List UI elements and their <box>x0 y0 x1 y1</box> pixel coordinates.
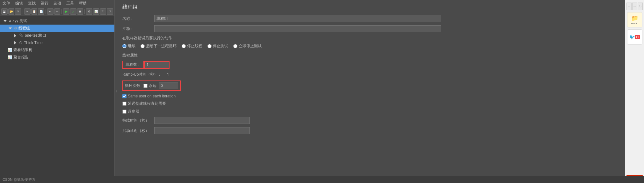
delay-thread-label: 延迟创建线程直到需要 <box>128 101 166 106</box>
stop-btn[interactable]: ⏹ <box>77 8 83 15</box>
radio-continue[interactable]: 继续 <box>122 43 135 49</box>
same-user-row[interactable]: Same user on each iteration <box>122 94 620 98</box>
name-label: 名称： <box>122 16 154 21</box>
startup-delay-input[interactable] <box>154 127 250 134</box>
comment-row: 注释： <box>122 25 620 32</box>
radio-stop-thread[interactable]: 停止线程 <box>182 43 202 49</box>
save-btn[interactable]: 💾 <box>1 8 8 15</box>
bottom-status: CSDN @菜鸟·要努力 <box>3 177 35 182</box>
menu-file[interactable]: 文件 <box>1 0 11 7</box>
tree-label-aggregate: 聚合报告 <box>13 55 29 60</box>
content-area: 线程组 名称： 注释： 在取样器错误后要执行的动作 继续 启动下一进程循环 停止… <box>117 0 625 183</box>
menubar: 文件 编辑 查找 运行 选项 工具 帮助 <box>0 0 114 7</box>
undo-btn[interactable]: ↩ <box>47 8 54 15</box>
plugin-btn[interactable]: 🔌 <box>100 8 106 15</box>
back-btn[interactable]: ← <box>626 3 632 10</box>
tree-item-view-results[interactable]: 📊 查看结果树 <box>0 46 114 54</box>
report-btn[interactable]: 📊 <box>93 8 99 15</box>
thread-count-container: 线程数： <box>122 61 620 69</box>
think-time-icon: ⏱ <box>19 41 23 45</box>
sep1 <box>23 9 23 14</box>
menu-help[interactable]: 帮助 <box>78 0 88 7</box>
tree-item-thread-group[interactable]: ⚙ 线程组 <box>0 25 114 32</box>
name-input[interactable] <box>154 15 441 22</box>
duration-label: 持续时间（秒） <box>122 118 154 123</box>
forward-btn[interactable]: → <box>632 3 637 10</box>
startup-delay-label: 启动延迟（秒） <box>122 128 154 133</box>
comment-input[interactable] <box>154 25 441 32</box>
menu-tools[interactable]: 工具 <box>65 0 75 7</box>
thread-count-input[interactable] <box>144 61 170 69</box>
menu-options[interactable]: 选项 <box>52 0 62 7</box>
menu-edit[interactable]: 编辑 <box>14 0 24 7</box>
menu-find[interactable]: 查找 <box>27 0 37 7</box>
tree-item-aggregate[interactable]: 📊 聚合报告 <box>0 54 114 61</box>
same-user-label: Same user on each iteration <box>128 94 176 98</box>
sep4 <box>84 9 85 14</box>
expand-icon-root <box>3 19 8 24</box>
delay-thread-row[interactable]: 延迟创建线程直到需要 <box>122 101 620 106</box>
run-btn[interactable]: ▶ <box>63 8 69 15</box>
main-panel: 线程组 名称： 注释： 在取样器错误后要执行的动作 继续 启动下一进程循环 停止… <box>117 0 625 183</box>
open-btn[interactable]: 📂 <box>8 8 15 15</box>
sep2 <box>46 9 46 14</box>
nav-arrows: ← → ↻ <box>626 3 643 10</box>
error-section-label: 在取样器错误后要执行的动作 <box>122 35 620 41</box>
radio-stop-test[interactable]: 停止测试 <box>207 43 228 49</box>
loop-count-label: 循环次数 <box>125 83 140 88</box>
radio-stop-thread-label: 停止线程 <box>187 43 202 49</box>
tree-label-view-results: 查看结果树 <box>13 47 33 53</box>
menu-run[interactable]: 运行 <box>40 0 50 7</box>
tree-item-think-time[interactable]: ⏱ Think Time <box>0 39 114 46</box>
toolbar: 💾 📂 ✕ ✂ 📋 📄 ↩ ↪ ▶ ▷ ⏹ ⚙ 📊 🔌 ? <box>0 7 114 16</box>
comment-label: 注释： <box>122 26 154 32</box>
startup-delay-row: 启动延迟（秒） <box>122 127 620 134</box>
tree-label-root: zyy-测试 <box>12 18 27 24</box>
loop-forever-label-container[interactable]: 永远 <box>143 83 156 88</box>
tree-panel: A zyy-测试 ⚙ 线程组 🔌 one-test接口 ⏱ Think Time <box>0 16 114 183</box>
same-user-checkbox[interactable] <box>122 94 127 98</box>
radio-next-loop-label: 启动下一进程循环 <box>146 43 177 49</box>
tree-label-thread-group: 线程组 <box>18 26 30 31</box>
tree-item-one-test[interactable]: 🔌 one-test接口 <box>0 32 114 39</box>
expand-icon-think-time <box>13 40 18 45</box>
rampup-label: Ramp-Up时间（秒）： <box>122 72 167 77</box>
duration-row: 持续时间（秒） <box>122 117 620 124</box>
loop-count-input[interactable] <box>159 82 178 89</box>
right-sidebar: ← → ↻ 📁 work 🐦 C 英 🎤 📊 <box>625 0 644 183</box>
one-test-icon: 🔌 <box>19 34 24 38</box>
radio-continue-label: 继续 <box>128 43 135 49</box>
copy-btn[interactable]: 📋 <box>31 8 38 15</box>
rampup-value: 1 <box>167 72 169 77</box>
error-radio-group: 继续 启动下一进程循环 停止线程 停止测试 立即停止测试 <box>122 43 620 49</box>
loop-count-container: 循环次数 永远 <box>122 80 181 91</box>
paste-btn[interactable]: 📄 <box>38 8 44 15</box>
refresh-btn[interactable]: ↻ <box>638 3 643 10</box>
tree-label-think-time: Think Time <box>24 41 43 45</box>
cut-btn[interactable]: ✂ <box>24 8 31 15</box>
radio-stop-now-label: 立即停止测试 <box>239 43 262 49</box>
rampup-row: Ramp-Up时间（秒）： 1 <box>122 72 620 77</box>
scheduler-checkbox[interactable] <box>122 110 127 114</box>
close-btn[interactable]: ✕ <box>15 8 21 15</box>
csdn-icon[interactable]: 🐦 C <box>627 29 642 45</box>
loop-forever-checkbox[interactable] <box>143 84 148 88</box>
aggregate-icon: 📊 <box>8 55 12 59</box>
work-folder-icon[interactable]: 📁 work <box>627 12 642 27</box>
radio-stop-test-label: 停止测试 <box>213 43 228 49</box>
scheduler-row[interactable]: 调度器 <box>122 109 620 114</box>
settings-btn[interactable]: ⚙ <box>86 8 92 15</box>
tree-item-root[interactable]: A zyy-测试 <box>0 17 114 25</box>
thread-count-label: 线程数： <box>122 61 144 69</box>
resize-handle[interactable]: ⋮ <box>115 0 117 183</box>
redo-btn[interactable]: ↪ <box>54 8 61 15</box>
run-no-pause-btn[interactable]: ▷ <box>70 8 76 15</box>
duration-input[interactable] <box>154 117 250 124</box>
view-results-icon: 📊 <box>8 48 12 52</box>
radio-stop-now[interactable]: 立即停止测试 <box>233 43 262 49</box>
delay-thread-checkbox[interactable] <box>122 102 127 106</box>
radio-next-loop[interactable]: 启动下一进程循环 <box>141 43 177 49</box>
expand-icon-thread-group <box>8 26 13 31</box>
help-btn[interactable]: ? <box>107 8 113 15</box>
csdn-s-tag: C <box>635 35 640 39</box>
